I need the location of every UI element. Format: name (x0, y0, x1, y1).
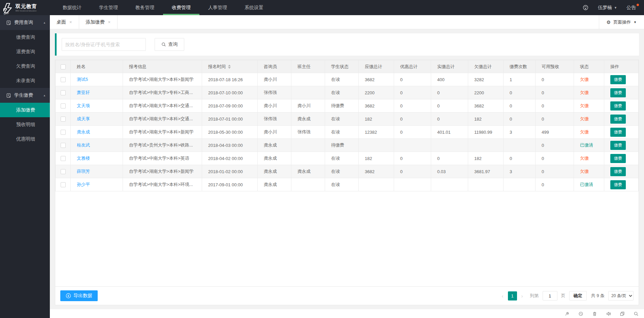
pay-button[interactable]: 缴费 (610, 88, 626, 97)
sidebar-section-费用查询[interactable]: 费用查询▲ (0, 15, 50, 30)
pay-button[interactable]: 缴费 (610, 154, 626, 163)
prev-page-button[interactable]: ‹ (501, 293, 504, 299)
row-checkbox[interactable] (61, 117, 66, 122)
cell-teacher: 龚小川 (291, 99, 325, 113)
status-badge: 欠缴 (580, 156, 589, 161)
row-checkbox[interactable] (61, 90, 66, 95)
sidebar-item-添加缴费[interactable]: 添加缴费 (0, 103, 50, 117)
zoom-search-icon[interactable] (634, 311, 639, 316)
cell-program: 自学考试>湖南大学>本科>新闻学 (123, 165, 202, 178)
close-icon[interactable]: × (69, 20, 72, 25)
notice-link[interactable]: 公告 (626, 5, 638, 11)
next-page-button[interactable]: › (521, 293, 524, 299)
chevron-up-icon: ▲ (43, 21, 46, 24)
cell-consultant: 龚永成 (258, 165, 291, 178)
cell-pay-count (504, 178, 536, 191)
nav-item-教务管理[interactable]: 教务管理 (127, 0, 163, 15)
student-name-link[interactable]: 文天项 (77, 103, 90, 108)
cell-prepaid: 0 (536, 113, 574, 126)
student-name-link[interactable]: 萧亚轩 (77, 90, 90, 95)
student-name-link[interactable]: 薛琪芳 (77, 169, 90, 174)
sidebar-item-预收明细[interactable]: 预收明细 (0, 117, 50, 132)
student-name-link[interactable]: 测试5 (77, 77, 88, 82)
pay-button[interactable]: 缴费 (610, 141, 626, 150)
pay-button[interactable]: 缴费 (610, 75, 626, 84)
brand-name: 双元教育 (15, 3, 39, 10)
sidebar-item-缴费查询[interactable]: 缴费查询 (0, 30, 50, 44)
bottom-toolbar (50, 309, 644, 318)
cell-student-status: 在读 (325, 86, 359, 99)
confirm-page-button[interactable]: 确定 (569, 291, 587, 300)
nav-item-学生管理[interactable]: 学生管理 (90, 0, 127, 15)
search-panel: 查询 (55, 33, 639, 56)
row-checkbox[interactable] (61, 182, 66, 187)
nav-item-人事管理[interactable]: 人事管理 (199, 0, 236, 15)
select-all-checkbox[interactable] (61, 64, 66, 69)
nav-item-系统设置[interactable]: 系统设置 (236, 0, 272, 15)
sort-icon[interactable] (228, 65, 231, 69)
trash-icon[interactable] (592, 311, 597, 316)
search-input[interactable] (62, 38, 146, 51)
cell-consultant: 张伟强 (258, 113, 291, 126)
sidebar-section-学生缴费[interactable]: 学生缴费▲ (0, 88, 50, 103)
page-unit-label: 页 (561, 293, 566, 299)
cell-consultant: 张伟强 (258, 86, 291, 99)
search-button[interactable]: 查询 (155, 38, 184, 51)
column-header-缴费次数: 缴费次数 (504, 60, 536, 73)
current-page-button[interactable]: 1 (508, 291, 517, 300)
cell-prepaid: 0 (536, 99, 574, 113)
cell-paid-total: 0 (431, 152, 468, 165)
goto-page-input[interactable] (543, 291, 557, 300)
row-checkbox[interactable] (61, 169, 66, 174)
row-checkbox[interactable] (61, 130, 66, 135)
row-select-cell (56, 126, 71, 139)
export-data-button[interactable]: 导出数据 (60, 290, 98, 301)
student-name-link[interactable]: 孙少平 (77, 182, 90, 187)
sidebar-item-退费查询[interactable]: 退费查询 (0, 44, 50, 59)
cell-owed-total: 11980.99 (468, 126, 504, 139)
page-actions-button[interactable]: ⚙ 页面操作 ▼ (599, 15, 644, 29)
cell-consultant: 龚永成 (258, 152, 291, 165)
cell-status: 欠缴 (574, 113, 604, 126)
sidebar-item-欠费查询[interactable]: 欠费查询 (0, 59, 50, 73)
sidebar-item-优惠明细[interactable]: 优惠明细 (0, 132, 50, 146)
brand-subtitle: BBS Vocational Education (15, 10, 37, 11)
row-checkbox[interactable] (61, 156, 66, 161)
pin-icon[interactable] (565, 311, 570, 316)
download-icon (66, 293, 71, 298)
cell-owed-total: 3682 (468, 99, 504, 113)
cell-teacher: 龚永成 (291, 113, 325, 126)
cell-teacher (291, 86, 325, 99)
row-checkbox[interactable] (61, 77, 66, 82)
cell-status: 欠缴 (574, 73, 604, 86)
close-icon[interactable]: × (108, 20, 111, 25)
window-restore-icon[interactable] (620, 311, 625, 316)
cell-prepaid: 0 (536, 152, 574, 165)
history-icon[interactable] (578, 311, 583, 316)
row-checkbox[interactable] (61, 143, 66, 148)
student-name-link[interactable]: 成天享 (77, 116, 90, 121)
sidebar-item-未录查询[interactable]: 未录查询 (0, 73, 50, 88)
page-size-select[interactable]: 20 条/页 (608, 291, 634, 300)
theme-palette-icon[interactable] (583, 5, 588, 10)
student-name-link[interactable]: 桂友武 (77, 142, 90, 148)
pay-button[interactable]: 缴费 (610, 180, 626, 189)
pay-button[interactable]: 缴费 (610, 128, 626, 137)
cell-paid-total: 0.03 (431, 165, 468, 178)
cell-pay-count: 0 (504, 113, 536, 126)
student-name-link[interactable]: 龚永成 (77, 129, 90, 134)
cell-status: 欠缴 (574, 126, 604, 139)
user-menu[interactable]: 伍梦楠 ▼ (598, 5, 617, 11)
pay-button[interactable]: 缴费 (610, 101, 626, 110)
tab-desktop[interactable]: 桌面 × (50, 15, 79, 29)
nav-item-数据统计[interactable]: 数据统计 (54, 0, 90, 15)
cell-actions: 缴费 (604, 113, 639, 126)
row-checkbox[interactable] (61, 103, 66, 108)
student-name-link[interactable]: 文雅楼 (77, 156, 90, 161)
tab-add-payment[interactable]: 添加缴费 × (79, 15, 118, 29)
nav-item-收费管理[interactable]: 收费管理 (163, 0, 199, 15)
speaker-icon[interactable] (606, 311, 611, 316)
pay-button[interactable]: 缴费 (610, 167, 626, 176)
pay-button[interactable]: 缴费 (610, 115, 626, 124)
tab-bar: 桌面 × 添加缴费 × ⚙ 页面操作 ▼ (50, 15, 644, 29)
